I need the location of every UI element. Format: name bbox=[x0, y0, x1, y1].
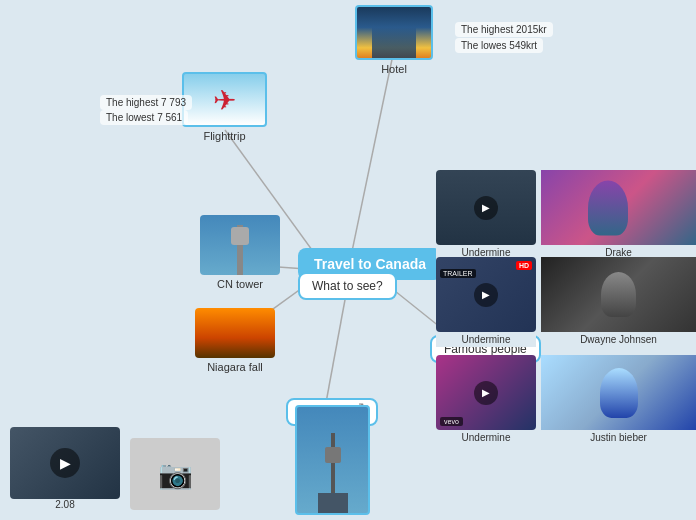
play-button-2[interactable]: ▶ bbox=[474, 283, 498, 307]
bottom-cn-tower-card bbox=[295, 405, 370, 515]
center-label: Travel to Canada bbox=[314, 256, 426, 272]
svg-line-0 bbox=[350, 45, 395, 261]
play-button-3[interactable]: ▶ bbox=[474, 381, 498, 405]
niagara-label: Niagara fall bbox=[207, 361, 263, 373]
cn-tower-node: CN tower bbox=[200, 215, 280, 290]
bottom-photo-card: 📷 bbox=[130, 438, 220, 510]
flighttrip-label: Flighttrip bbox=[203, 130, 245, 142]
hotel-label: Hotel bbox=[381, 63, 407, 75]
undermine-video-2: ▶ HD TRAILER Undermine bbox=[436, 257, 536, 347]
hd-badge: HD bbox=[516, 261, 532, 270]
undermine-video-1: ▶ Undermine bbox=[436, 170, 536, 260]
photo-icon: 📷 bbox=[158, 458, 193, 491]
flighttrip-node: ✈ Flighttrip bbox=[182, 72, 267, 142]
vevo-label: Undermine bbox=[436, 430, 536, 445]
drake-card: Drake bbox=[541, 170, 696, 260]
trailer-badge: TRAILER bbox=[440, 269, 476, 278]
justin-label: Justin bieber bbox=[541, 430, 696, 445]
justin-card: Justin bieber bbox=[541, 355, 696, 445]
play-button-bottom[interactable]: ▶ bbox=[50, 448, 80, 478]
hotel-image bbox=[355, 5, 433, 60]
undermine-2-label: Undermine bbox=[436, 332, 536, 347]
play-button-1[interactable]: ▶ bbox=[474, 196, 498, 220]
drake-image bbox=[541, 170, 696, 245]
flight-info-high: The highest 7 793 bbox=[100, 95, 192, 110]
cn-tower-image bbox=[200, 215, 280, 275]
what-to-see-node[interactable]: What to see? bbox=[298, 272, 397, 300]
vevo-video: ▶ vevo Undermine bbox=[436, 355, 536, 445]
vevo-badge: vevo bbox=[440, 417, 463, 426]
hotel-info-high: The highest 2015kr bbox=[455, 22, 553, 37]
justin-image bbox=[541, 355, 696, 430]
flight-info-low: The lowest 7 561 bbox=[100, 110, 188, 125]
niagara-image bbox=[195, 308, 275, 358]
bottom-video-card: ▶ 2.08 bbox=[10, 427, 120, 510]
bottom-rating: 2.08 bbox=[10, 499, 120, 510]
what-to-see-label: What to see? bbox=[312, 279, 383, 293]
cn-tower-label: CN tower bbox=[217, 278, 263, 290]
dwayne-image bbox=[541, 257, 696, 332]
hotel-info-low: The lowes 549krt bbox=[455, 38, 543, 53]
hotel-node: Hotel bbox=[355, 5, 433, 75]
dwayne-card: Dwayne Johnsen bbox=[541, 257, 696, 347]
niagara-node: Niagara fall bbox=[195, 308, 275, 373]
dwayne-label: Dwayne Johnsen bbox=[541, 332, 696, 347]
flight-image: ✈ bbox=[182, 72, 267, 127]
